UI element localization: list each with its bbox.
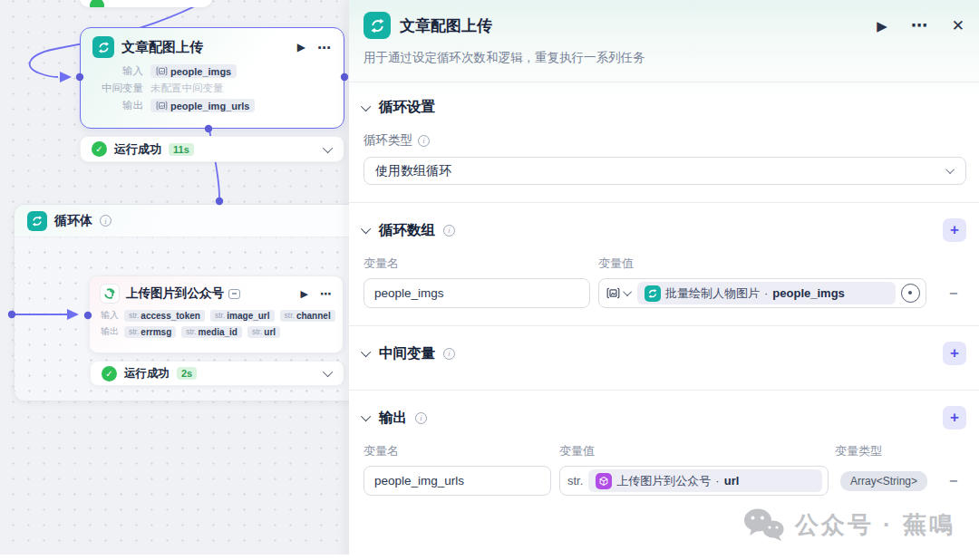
- success-check-icon: ✓: [102, 366, 117, 381]
- chevron-down-icon: [623, 287, 632, 296]
- variable-tag: people_img_urls: [150, 99, 255, 112]
- chevron-down-icon[interactable]: [323, 367, 333, 377]
- collapse-icon[interactable]: [361, 101, 371, 111]
- duration-badge: 2s: [177, 367, 197, 380]
- node-title: 上传图片到公众号: [126, 285, 224, 302]
- success-check-icon: ✓: [92, 141, 107, 157]
- section-intermediate-vars: 中间变量 i +: [349, 326, 979, 390]
- input-label: 输入: [99, 309, 119, 322]
- variable-tag: str.channel: [280, 310, 335, 322]
- run-status-bar[interactable]: ✓ 运行成功 2s: [90, 361, 344, 386]
- info-icon[interactable]: i: [443, 225, 455, 237]
- variable-tag: str.access_token: [124, 310, 205, 322]
- loop-icon: [363, 12, 391, 39]
- section-loop-array: 循环数组 i + 变量名 变量值 people_imgs: [349, 203, 979, 325]
- add-variable-button[interactable]: +: [943, 342, 966, 365]
- image-array-icon: [156, 101, 168, 111]
- loop-icon: [27, 211, 47, 231]
- variable-reference: 批量绘制人物图片 · people_imgs: [637, 282, 896, 304]
- run-node-button[interactable]: ▶: [301, 289, 308, 299]
- col-value-label: 变量值: [559, 443, 835, 459]
- loop-icon: [645, 285, 661, 302]
- run-button[interactable]: ▶: [877, 19, 887, 33]
- col-type-label: 变量类型: [835, 443, 882, 459]
- variable-tag: str.url: [247, 326, 280, 338]
- output-label: 输出: [99, 325, 119, 338]
- close-icon[interactable]: ✕: [952, 18, 964, 34]
- add-variable-button[interactable]: +: [943, 218, 966, 242]
- panel-description: 用于通过设定循环次数和逻辑，重复执行一系列任务: [363, 50, 964, 66]
- node-title: 文章配图上传: [121, 39, 290, 56]
- section-output: 输出 i + 变量名 变量值 变量类型 people_img_urls str.: [349, 391, 979, 512]
- locate-node-button[interactable]: [901, 284, 920, 303]
- output-value-select[interactable]: str. 上传图片到公众号 · url: [559, 466, 829, 496]
- add-output-button[interactable]: +: [943, 406, 966, 430]
- duration-badge: 11s: [169, 143, 194, 156]
- col-name-label: 变量名: [363, 256, 598, 272]
- wechat-icon: [742, 507, 786, 542]
- watermark: 公众号 · 蕪鳴: [742, 507, 955, 542]
- run-status-bar[interactable]: ✓ 运行成功 11s: [80, 136, 344, 162]
- col-value-label: 变量值: [598, 256, 634, 272]
- wechat-plugin-icon: [100, 284, 120, 304]
- node-more-button[interactable]: ⋯: [317, 41, 332, 54]
- chevron-down-icon: [945, 165, 955, 174]
- output-label: 输出: [92, 99, 143, 112]
- more-button[interactable]: ⋯: [911, 17, 928, 34]
- mid-var-empty: 未配置中间变量: [150, 82, 224, 95]
- node-loop-upload[interactable]: 文章配图上传 ▶ ⋯ 输入 people_imgs 中间变量 未配置中间变量 输…: [80, 27, 344, 129]
- variable-name-input[interactable]: people_imgs: [363, 278, 590, 308]
- loop-type-label: 循环类型: [363, 132, 412, 149]
- panel-title: 文章配图上传: [400, 15, 868, 36]
- variable-reference: 上传图片到公众号 · url: [588, 469, 822, 492]
- section-loop-settings: 循环设置 循环类型 i 使用数组循环: [349, 82, 979, 202]
- variable-tag: str.errmsg: [124, 326, 176, 338]
- collapse-icon[interactable]: [361, 224, 371, 234]
- node-upload-image[interactable]: 上传图片到公众号 ▶ ⋯ 输入 str.access_token str.ima…: [89, 275, 344, 353]
- loop-body-container[interactable]: 循环体 i 上传图片到公众号 ▶ ⋯: [14, 204, 354, 401]
- collapse-icon[interactable]: [361, 411, 371, 421]
- variable-tag: str.image_url: [210, 310, 275, 322]
- variable-tag: people_imgs: [150, 64, 237, 78]
- remove-variable-button[interactable]: −: [949, 285, 957, 302]
- image-array-icon: [156, 66, 168, 76]
- collapse-icon[interactable]: [361, 347, 371, 357]
- success-icon: [90, 0, 104, 7]
- plugin-box-icon: [596, 473, 612, 489]
- variable-tag: str.media_id: [181, 326, 242, 338]
- info-icon[interactable]: i: [418, 135, 430, 147]
- variable-value-select[interactable]: 批量绘制人物图片 · people_imgs: [598, 278, 926, 308]
- col-name-label: 变量名: [363, 443, 559, 459]
- output-name-input[interactable]: people_img_urls: [363, 466, 551, 496]
- plugin-badge-icon: [228, 289, 240, 299]
- mid-var-label: 中间变量: [92, 82, 143, 95]
- variable-type-badge: Array<String>: [840, 471, 927, 491]
- workflow-canvas[interactable]: 文章配图上传 ▶ ⋯ 输入 people_imgs 中间变量 未配置中间变量 输…: [0, 0, 354, 560]
- remove-output-button[interactable]: −: [949, 473, 957, 489]
- image-array-icon: [606, 287, 620, 299]
- loop-body-title: 循环体: [54, 213, 92, 229]
- info-icon[interactable]: i: [100, 215, 111, 227]
- node-config-panel: 文章配图上传 ▶ ⋯ ✕ 用于通过设定循环次数和逻辑，重复执行一系列任务 循环设…: [349, 0, 979, 560]
- window-bottom-edge: [0, 555, 979, 560]
- info-icon[interactable]: i: [443, 348, 455, 360]
- run-node-button[interactable]: ▶: [297, 42, 305, 53]
- loop-type-select[interactable]: 使用数组循环: [363, 157, 966, 185]
- chevron-down-icon[interactable]: [323, 142, 333, 152]
- node-more-button[interactable]: ⋯: [320, 288, 333, 300]
- info-icon[interactable]: i: [415, 412, 427, 424]
- partial-status-bar: [80, 0, 212, 7]
- input-label: 输入: [92, 64, 143, 78]
- loop-icon: [92, 36, 114, 58]
